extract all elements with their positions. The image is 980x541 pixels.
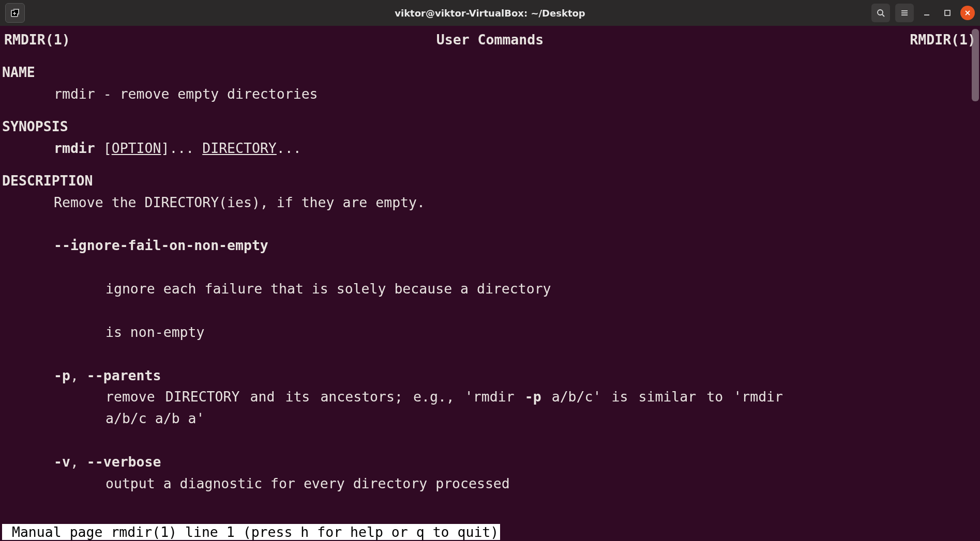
option-verbose: -v, --verbose xyxy=(2,451,978,473)
option-verbose-long: --verbose xyxy=(87,454,161,470)
ignore-fail-desc-1: ignore each failure that is solely becau… xyxy=(2,278,978,300)
option-p-short: -p xyxy=(54,367,70,383)
section-name: NAME xyxy=(2,61,978,83)
maximize-icon xyxy=(943,9,952,17)
synopsis-option: OPTION xyxy=(112,140,161,156)
terminal-scrollbar[interactable] xyxy=(971,26,980,541)
terminal-viewport[interactable]: RMDIR(1) User Commands RMDIR(1) NAME rmd… xyxy=(0,26,980,541)
hamburger-menu-button[interactable] xyxy=(895,4,914,22)
maximize-button[interactable] xyxy=(940,5,955,21)
man-header-center: User Commands xyxy=(436,29,544,51)
man-header: RMDIR(1) User Commands RMDIR(1) xyxy=(2,29,978,51)
window-title: viktor@viktor-VirtualBox: ~/Desktop xyxy=(0,8,980,19)
new-tab-button[interactable] xyxy=(5,3,25,23)
svg-line-2 xyxy=(882,14,884,17)
option-ignore-fail: --ignore-fail-on-non-empty xyxy=(2,235,978,256)
minimize-button[interactable] xyxy=(919,5,934,21)
parents-desc: remove DIRECTORY and its ancestors; e.g.… xyxy=(2,386,783,429)
ignore-fail-desc-2: is non-empty xyxy=(2,321,978,343)
option-parents: -p, --parents xyxy=(2,365,978,387)
parents-desc-bold: -p xyxy=(525,389,541,405)
synopsis-directory: DIRECTORY xyxy=(202,140,277,156)
section-description: DESCRIPTION xyxy=(2,170,978,192)
search-icon xyxy=(876,8,885,18)
hamburger-icon xyxy=(900,8,909,18)
name-line: rmdir - remove empty directories xyxy=(2,83,978,105)
synopsis-rbracket: ]... xyxy=(161,140,202,156)
close-icon xyxy=(964,10,971,16)
option-sep-2: , xyxy=(70,454,87,470)
section-synopsis: SYNOPSIS xyxy=(2,116,978,137)
search-button[interactable] xyxy=(871,4,890,22)
window-titlebar: viktor@viktor-VirtualBox: ~/Desktop xyxy=(0,0,980,26)
man-page-content: RMDIR(1) User Commands RMDIR(1) NAME rmd… xyxy=(0,26,980,541)
minimize-icon xyxy=(923,9,931,17)
synopsis-lbracket: [ xyxy=(95,140,112,156)
man-status-line: Manual page rmdir(1) line 1 (press h for… xyxy=(2,524,500,540)
svg-point-1 xyxy=(878,10,883,15)
description-line: Remove the DIRECTORY(ies), if they are e… xyxy=(2,192,978,213)
man-header-left: RMDIR(1) xyxy=(4,29,70,51)
verbose-desc: output a diagnostic for every directory … xyxy=(2,473,978,494)
man-header-right: RMDIR(1) xyxy=(910,29,976,51)
synopsis-line: rmdir [OPTION]... DIRECTORY... xyxy=(2,137,978,159)
parents-desc-a: remove DIRECTORY and its ancestors; e.g.… xyxy=(105,389,525,405)
option-parents-long: --parents xyxy=(87,367,161,383)
close-button[interactable] xyxy=(960,6,975,20)
synopsis-cmd: rmdir xyxy=(54,140,95,156)
synopsis-tail: ... xyxy=(277,140,301,156)
svg-rect-7 xyxy=(945,10,950,16)
option-v-short: -v xyxy=(54,454,70,470)
new-tab-icon xyxy=(10,8,20,18)
option-sep: , xyxy=(70,367,87,383)
scrollbar-thumb[interactable] xyxy=(972,29,979,101)
